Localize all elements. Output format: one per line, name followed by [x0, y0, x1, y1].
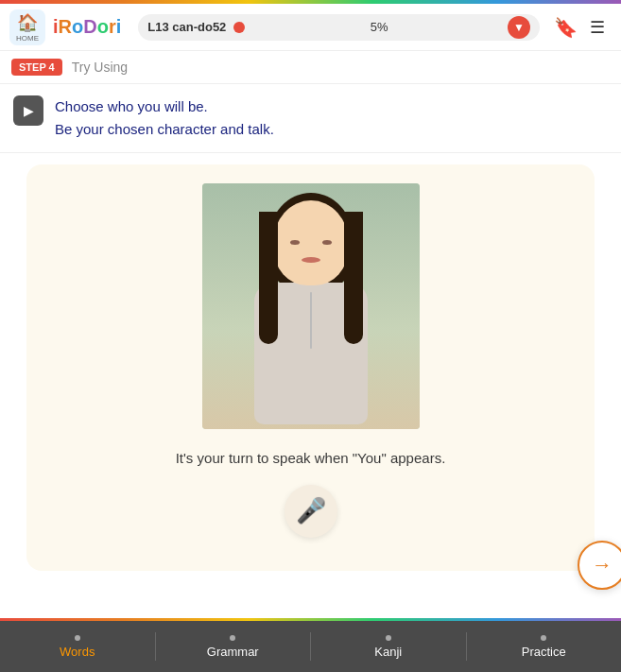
nav-item-practice[interactable]: Practice	[467, 621, 622, 672]
instruction-text: Choose who you will be. Be your chosen c…	[55, 95, 274, 141]
progress-dot	[233, 22, 245, 33]
lesson-id: L13 can-do52	[147, 20, 226, 34]
play-icon: ▶	[24, 103, 34, 118]
progress-percent: 5%	[250, 20, 508, 34]
bookmark-button[interactable]: 🔖	[551, 13, 579, 42]
nav-label-practice: Practice	[522, 645, 566, 659]
progress-bar: L13 can-do52 5% ▼	[138, 14, 540, 41]
play-button[interactable]: ▶	[13, 95, 43, 126]
character-image	[202, 183, 420, 429]
menu-button[interactable]: ☰	[583, 13, 612, 42]
nav-item-kanji[interactable]: Kanji	[311, 621, 466, 672]
header: 🏠 HOME iRoDori L13 can-do52 5% ▼ 🔖 ☰	[0, 4, 621, 51]
step-badge: STEP 4	[11, 59, 62, 76]
char-hair-left	[259, 212, 278, 344]
app-logo: iRoDori	[53, 16, 121, 38]
nav-dot-grammar	[230, 635, 235, 641]
char-hair-right	[344, 212, 363, 344]
step-bar: STEP 4 Try Using	[0, 51, 621, 84]
next-button[interactable]: →	[578, 541, 621, 590]
dropdown-button[interactable]: ▼	[508, 16, 530, 39]
nav-dot-words	[75, 635, 80, 641]
bookmark-icon: 🔖	[554, 16, 578, 39]
home-icon: 🏠	[17, 12, 38, 33]
mic-icon: 🎤	[296, 496, 326, 526]
home-button[interactable]: 🏠 HOME	[9, 9, 45, 45]
char-head	[273, 200, 349, 285]
instruction-line-1: Choose who you will be.	[55, 95, 274, 118]
instruction-line-2: Be your chosen character and talk.	[55, 118, 274, 141]
main-content-area: It's your turn to speak when "You" appea…	[26, 164, 595, 571]
speak-instruction: It's your turn to speak when "You" appea…	[176, 448, 446, 470]
microphone-button[interactable]: 🎤	[285, 485, 337, 538]
menu-icon: ☰	[590, 17, 605, 38]
instructions-section: ▶ Choose who you will be. Be your chosen…	[0, 84, 621, 153]
nav-label-grammar: Grammar	[207, 645, 259, 659]
nav-label-kanji: Kanji	[374, 645, 402, 659]
nav-dot-practice	[541, 635, 546, 641]
nav-dot-kanji	[386, 635, 391, 641]
bottom-navigation: Words Grammar Kanji Practice	[0, 621, 621, 672]
nav-item-words[interactable]: Words	[0, 621, 155, 672]
next-arrow-icon: →	[592, 553, 612, 577]
nav-item-grammar[interactable]: Grammar	[156, 621, 311, 672]
step-title: Try Using	[72, 60, 128, 75]
nav-label-words: Words	[60, 645, 95, 659]
home-label: HOME	[16, 34, 39, 43]
